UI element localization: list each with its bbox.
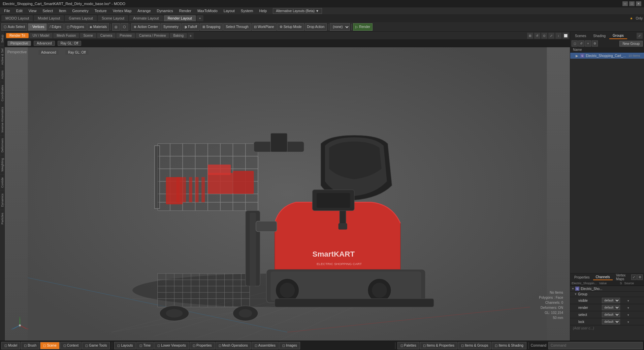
vp-tab-baking[interactable]: Baking <box>170 33 187 38</box>
close-button[interactable]: ✕ <box>636 1 641 6</box>
layout-tab-games[interactable]: Games Layout <box>65 15 97 21</box>
vp-tab-render[interactable]: Render Tri <box>6 33 29 38</box>
sb-time-btn[interactable]: ◻ Time <box>136 342 154 349</box>
brp-tab-vertexmaps[interactable]: Vertex Maps <box>613 273 631 282</box>
sb-scene-btn[interactable]: ◻ Scene <box>40 342 59 349</box>
sb-layouts-btn[interactable]: ◻ Layouts <box>114 342 136 349</box>
alt-layouts-dropdown[interactable]: Alternative Layouts (Beta) ▼ <box>273 8 322 14</box>
menu-select[interactable]: Select <box>40 8 56 13</box>
sidebar-tab-particles[interactable]: Particles <box>0 210 4 227</box>
rp-tab-groups[interactable]: Groups <box>609 33 627 39</box>
rp-tab-shading[interactable]: Shading <box>590 33 609 39</box>
snapping-toggle-1[interactable]: ◎ <box>112 23 120 31</box>
brp-settings-btn[interactable]: ⚙ <box>637 274 643 280</box>
menu-file[interactable]: File <box>1 8 13 13</box>
brp-tab-properties[interactable]: Properties <box>572 275 592 280</box>
layout-tab-model[interactable]: Model Layout <box>34 15 64 21</box>
sb-model-btn[interactable]: ◻ Model <box>1 342 20 349</box>
brp-expand-btn[interactable]: ⤢ <box>631 274 637 280</box>
polygons-button[interactable]: ◻ Polygons <box>64 23 87 31</box>
sidebar-tab-actors[interactable]: Actors <box>0 67 4 82</box>
sb-itemsprops-btn[interactable]: ◻ Items & Properties <box>420 342 457 349</box>
ch-lock-row[interactable]: lock default ▼ <box>570 318 644 325</box>
ch-group-row[interactable]: ▼ Group <box>570 292 644 297</box>
action-center-button[interactable]: ⊕ Action Center <box>131 23 160 31</box>
sb-context-btn[interactable]: ◻ Context <box>60 342 82 349</box>
auto-select-button[interactable]: ⬡ Auto Select <box>1 23 27 31</box>
menu-maxtomodo[interactable]: MaxToModo <box>195 8 220 13</box>
drop-action-button[interactable]: Drop Action <box>305 23 327 31</box>
sb-itemsgroups-btn[interactable]: ◻ Items & Groups <box>458 342 491 349</box>
sb-images-btn[interactable]: ◻ Images <box>279 342 300 349</box>
vp-tab-camera[interactable]: Camera <box>97 33 116 38</box>
ch-select-dropdown[interactable]: default <box>602 312 620 317</box>
sb-palettes-btn[interactable]: ◻ Palettes <box>397 342 419 349</box>
vp-home-icon[interactable]: ⊙ <box>541 33 547 39</box>
snapping-button[interactable]: ⊞ Snapping <box>200 23 223 31</box>
sb-lowervp-btn[interactable]: ◻ Lower Viewports <box>154 342 189 349</box>
menu-edit[interactable]: Edit <box>13 8 25 13</box>
menu-arrange[interactable]: Arrange <box>135 8 153 13</box>
sidebar-tab-coords[interactable]: Coordinates <box>0 82 4 104</box>
menu-item[interactable]: Item <box>56 8 69 13</box>
menu-dynamics[interactable]: Dynamics <box>154 8 176 13</box>
command-input[interactable] <box>548 342 643 349</box>
rp-expand-btn[interactable]: ⤢ <box>637 33 643 39</box>
sb-brush-btn[interactable]: ◻ Brush <box>21 342 39 349</box>
st-icon-1[interactable]: ◻ <box>572 40 578 47</box>
materials-button[interactable]: ◈ Materials <box>87 23 109 31</box>
sidebar-tab-setup[interactable]: Setup <box>0 32 4 46</box>
layout-tab-add[interactable]: + <box>197 15 203 21</box>
vp-tab-uv[interactable]: UV / Model <box>29 33 53 38</box>
st-icon-4[interactable]: ⚙ <box>592 40 598 47</box>
vp-split-icon[interactable]: ⊞ <box>527 33 533 39</box>
minimize-button[interactable]: ─ <box>622 1 628 6</box>
ch-render-row[interactable]: render default ▼ <box>570 304 644 311</box>
symmetry-button[interactable]: Symmetry <box>161 23 181 31</box>
st-icon-2[interactable]: ↺ <box>578 40 584 47</box>
menu-view[interactable]: View <box>26 8 39 13</box>
sidebar-tab-contide[interactable]: Contide <box>0 174 4 191</box>
menu-texture[interactable]: Texture <box>92 8 109 13</box>
layout-tab-modo[interactable]: MODO Layout <box>1 15 33 21</box>
ch-select-row[interactable]: select default ▼ <box>570 311 644 318</box>
ch-visible-dropdown[interactable]: default <box>602 298 620 303</box>
menu-vertexmap[interactable]: Vertex Map <box>110 8 134 13</box>
edges-button[interactable]: / Edges <box>47 23 64 31</box>
add-channel-row[interactable]: (Add user c...) <box>570 325 644 331</box>
rp-tab-scenes[interactable]: Scenes <box>572 33 589 39</box>
vp-pin-icon[interactable]: ↕ <box>555 33 561 39</box>
raygl-button[interactable]: Ray GL: Off <box>58 41 82 46</box>
maximize-button[interactable]: □ <box>629 1 635 6</box>
menu-geometry[interactable]: Geometry <box>69 8 91 13</box>
sidebar-tab-deformers[interactable]: Deformers <box>0 135 4 155</box>
menu-system[interactable]: System <box>238 8 256 13</box>
ch-visible-row[interactable]: visible default ▼ <box>570 297 644 304</box>
layout-tab-animate[interactable]: Animate Layout <box>129 15 163 21</box>
menu-render[interactable]: Render <box>176 8 194 13</box>
falloff-button[interactable]: ◑ Falloff <box>182 23 199 31</box>
vp-refresh-icon[interactable]: ↺ <box>534 33 540 39</box>
sidebar-tab-weighting[interactable]: Weighting <box>0 155 4 174</box>
layout-tab-render[interactable]: Render Layout <box>164 15 196 21</box>
vp-tab-scene[interactable]: Scene <box>80 33 96 38</box>
sb-properties-btn[interactable]: ◻ Properties <box>190 342 215 349</box>
vp-tab-campreview[interactable]: Camera / Preview <box>136 33 169 38</box>
ch-render-dropdown[interactable]: default <box>602 305 620 310</box>
sidebar-tab-ik[interactable]: Inverse Kinematics <box>0 104 4 135</box>
brp-tab-channels[interactable]: Channels <box>593 274 613 280</box>
menu-help[interactable]: Help <box>257 8 270 13</box>
sidebar-tab-dynamics[interactable]: Dynamics <box>0 191 4 210</box>
perspective-button[interactable]: Perspective <box>7 41 31 46</box>
setup-mode-button[interactable]: ⚙ Setup Mode <box>277 23 304 31</box>
vertices-button[interactable]: · Vertices <box>28 23 46 31</box>
sb-itemsshading-btn[interactable]: ◻ Items & Shading <box>492 342 526 349</box>
sidebar-tab-active[interactable]: Active & Sel <box>0 46 4 68</box>
layout-tab-scene[interactable]: Scene Layout <box>98 15 128 21</box>
viewport-3d[interactable]: SmartKART ELECTRIC SHOPPING CART <box>5 47 570 341</box>
vp-tab-preview[interactable]: Preview <box>116 33 135 38</box>
none-dropdown[interactable]: (none) <box>330 23 350 31</box>
render-button[interactable]: ▷ Render <box>353 23 373 31</box>
select-through-button[interactable]: Select Through <box>223 23 251 31</box>
workplane-button[interactable]: ⊟ WorkPlane <box>252 23 277 31</box>
